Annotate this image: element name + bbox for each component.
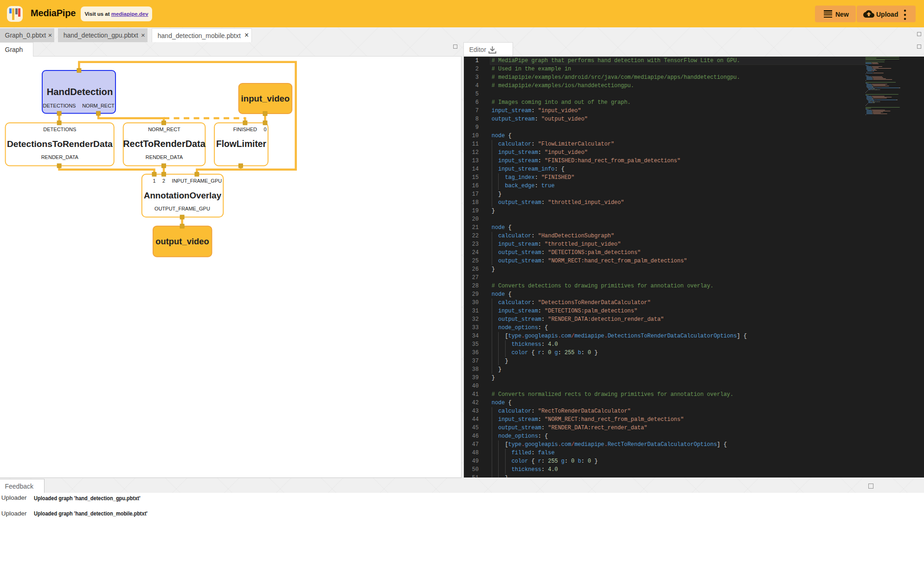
svg-text:RENDER_DATA: RENDER_DATA <box>146 155 183 160</box>
svg-text:output_video: output_video <box>155 236 209 246</box>
svg-text:FlowLimiter: FlowLimiter <box>216 139 267 149</box>
svg-text:input_video: input_video <box>241 94 290 103</box>
svg-text:RectToRenderData: RectToRenderData <box>123 139 206 149</box>
svg-text:2: 2 <box>162 178 165 184</box>
svg-text:RENDER_DATA: RENDER_DATA <box>41 155 79 160</box>
svg-text:NORM_RECT: NORM_RECT <box>82 103 115 108</box>
svg-text:1: 1 <box>153 178 155 184</box>
svg-text:FINISHED: FINISHED <box>233 127 257 133</box>
svg-text:0: 0 <box>263 127 266 133</box>
svg-text:HandDetection: HandDetection <box>47 87 113 97</box>
svg-text:DetectionsToRenderData: DetectionsToRenderData <box>7 139 113 149</box>
svg-text:DETECTIONS: DETECTIONS <box>43 127 76 133</box>
svg-text:AnnotationOverlay: AnnotationOverlay <box>144 191 222 200</box>
svg-text:DETECTIONS: DETECTIONS <box>43 103 76 108</box>
svg-text:NORM_RECT: NORM_RECT <box>148 127 180 133</box>
svg-text:INPUT_FRAME_GPU: INPUT_FRAME_GPU <box>172 178 222 184</box>
svg-text:OUTPUT_FRAME_GPU: OUTPUT_FRAME_GPU <box>154 206 210 211</box>
